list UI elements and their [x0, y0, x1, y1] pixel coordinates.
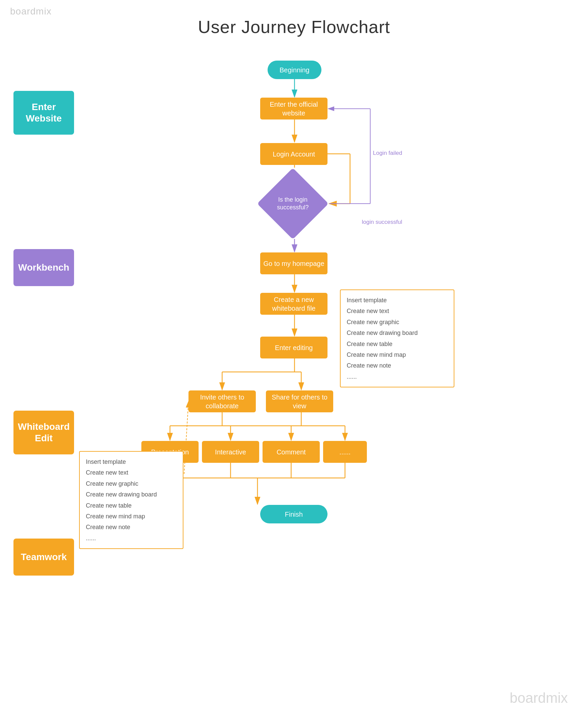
node-diamond: Is the login successful? [257, 168, 328, 239]
node-login: Login Account [260, 143, 328, 165]
node-finish: Finish [260, 505, 328, 524]
ann-right-line1: Insert template [347, 295, 448, 306]
label-teamwork: Teamwork [14, 538, 74, 576]
ann-right-line8: ...... [347, 371, 448, 382]
ann-left-line2: Create new text [86, 467, 177, 478]
node-share: Share for others to view [266, 390, 333, 412]
node-comment: Comment [262, 441, 320, 463]
node-interactive: Interactive [202, 441, 259, 463]
ann-left-line3: Create new graphic [86, 478, 177, 489]
node-editing: Enter editing [260, 337, 328, 359]
label-workbench: Workbench [14, 249, 74, 286]
annotation-right: Insert template Create new text Create n… [340, 290, 454, 387]
logo-bottom: boardmix [509, 690, 568, 706]
ann-left-line5: Create new table [86, 500, 177, 511]
label-login-successful: login successful [362, 219, 402, 226]
ann-right-line3: Create new graphic [347, 317, 448, 327]
node-invite: Invite others to collaborate [188, 390, 256, 412]
node-homepage: Go to my homepage [260, 252, 328, 274]
ann-left-line7: Create new note [86, 522, 177, 532]
ann-right-line2: Create new text [347, 306, 448, 316]
ann-left-line8: ...... [86, 533, 177, 544]
ann-left-line6: Create new mind map [86, 511, 177, 522]
node-diamond-text: Is the login successful? [269, 196, 316, 212]
label-whiteboard-edit: WhiteboardEdit [14, 411, 74, 454]
label-enter-website: EnterWebsite [14, 91, 74, 135]
page-title: User Journey Flowchart [0, 17, 588, 37]
ann-left-line4: Create new drawing board [86, 489, 177, 500]
ann-right-line5: Create new table [347, 339, 448, 349]
ann-right-line7: Create new note [347, 360, 448, 371]
svg-line-34 [184, 402, 188, 474]
ann-right-line6: Create new mind map [347, 349, 448, 360]
logo-top: boardmix [10, 6, 51, 17]
label-login-failed: Login failed [373, 150, 402, 156]
annotation-left: Insert template Create new text Create n… [79, 451, 184, 549]
node-enter-website: Enter the official website [260, 98, 328, 120]
node-create-whiteboard: Create a new whiteboard file [260, 293, 328, 315]
node-more: ...... [323, 441, 367, 463]
node-beginning: Beginning [268, 61, 321, 79]
ann-right-line4: Create new drawing board [347, 327, 448, 338]
ann-left-line1: Insert template [86, 456, 177, 467]
